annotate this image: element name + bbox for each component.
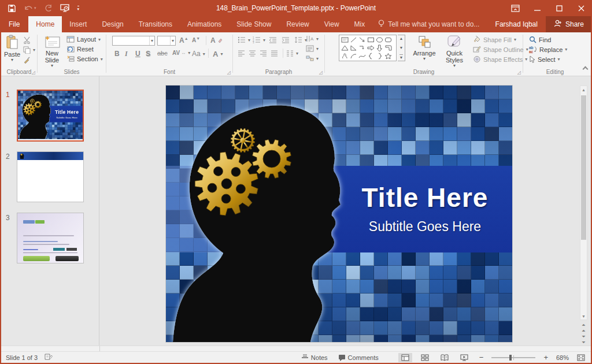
- slide-sorter-view-button[interactable]: [418, 353, 432, 362]
- bold-button[interactable]: B: [114, 50, 120, 58]
- right-brace-shape[interactable]: [375, 52, 384, 60]
- align-center-button[interactable]: [249, 50, 256, 57]
- layout-button[interactable]: Layout▾: [66, 36, 101, 43]
- scroll-down-arrow[interactable]: ▼: [580, 313, 587, 320]
- increase-font-size-button[interactable]: A▲: [179, 36, 188, 44]
- paragraph-dialog-launcher[interactable]: ◿: [319, 70, 323, 75]
- font-name-combo[interactable]: ▾: [112, 36, 155, 46]
- bullets-button[interactable]: ▾: [238, 36, 250, 43]
- tab-review[interactable]: Review: [279, 16, 316, 32]
- italic-button[interactable]: I: [125, 50, 128, 58]
- reading-view-button[interactable]: [438, 353, 452, 362]
- maximize-button[interactable]: [548, 0, 570, 16]
- tab-transitions[interactable]: Transitions: [131, 16, 180, 32]
- start-from-beginning-icon[interactable]: [60, 4, 69, 12]
- line-spacing-button[interactable]: ▾: [294, 36, 307, 43]
- shape-outline-button[interactable]: Shape Outline▾: [473, 46, 528, 53]
- triangle-shape[interactable]: [341, 44, 349, 52]
- zoom-level[interactable]: 68%: [556, 354, 569, 361]
- tab-home[interactable]: Home: [28, 16, 62, 32]
- scribble-shape[interactable]: [341, 52, 349, 60]
- reset-button[interactable]: Reset: [66, 46, 94, 53]
- minimize-button[interactable]: [526, 0, 548, 16]
- underline-button[interactable]: U: [135, 50, 140, 58]
- columns-button[interactable]: ▾: [286, 50, 298, 57]
- scroll-up-arrow[interactable]: ▲: [580, 86, 587, 93]
- shape-fill-button[interactable]: Shape Fill▾: [473, 36, 516, 43]
- strikethrough-button[interactable]: abc: [157, 50, 168, 57]
- slide-thumbnail-2[interactable]: [17, 151, 84, 202]
- collapse-ribbon-button[interactable]: [583, 63, 587, 73]
- notes-button[interactable]: Notes: [299, 354, 330, 362]
- font-dialog-launcher[interactable]: ◿: [227, 70, 231, 75]
- star-shape[interactable]: [384, 52, 393, 60]
- tab-insert[interactable]: Insert: [62, 16, 94, 32]
- oval-shape[interactable]: [375, 36, 384, 44]
- rounded-rectangle-shape[interactable]: [384, 36, 393, 44]
- decrease-font-size-button[interactable]: A▼: [192, 36, 200, 43]
- zoom-slider-thumb[interactable]: [509, 355, 512, 361]
- character-spacing-button[interactable]: AV↔▾: [172, 50, 190, 56]
- zoom-out-button[interactable]: −: [477, 352, 486, 362]
- textbox-shape[interactable]: [341, 36, 349, 44]
- tell-me-box[interactable]: Tell me what you want to do...: [372, 16, 485, 32]
- head-silhouette-graphic[interactable]: [166, 86, 512, 342]
- align-left-button[interactable]: [238, 50, 245, 57]
- elbow-arrow-shape[interactable]: [358, 44, 367, 52]
- arrange-button[interactable]: Arrange ▾: [410, 35, 438, 61]
- normal-view-button[interactable]: [398, 353, 412, 362]
- text-shadow-button[interactable]: S: [146, 50, 150, 58]
- zoom-in-button[interactable]: +: [541, 352, 550, 362]
- convert-to-smartart-button[interactable]: ▾: [306, 55, 319, 62]
- slide-thumbnail-3[interactable]: [17, 213, 84, 263]
- head-silhouette-graphic[interactable]: [18, 91, 83, 139]
- fit-slide-to-window-button[interactable]: [575, 354, 587, 362]
- increase-indent-button[interactable]: [282, 36, 290, 43]
- copy-button[interactable]: ▾: [23, 46, 35, 54]
- curve-shape[interactable]: [358, 52, 367, 60]
- tab-design[interactable]: Design: [94, 16, 131, 32]
- redo-icon[interactable]: [45, 5, 52, 12]
- right-triangle-shape[interactable]: [349, 44, 358, 52]
- slide-canvas[interactable]: Title HereSubtitle Goes Here: [166, 86, 512, 342]
- align-text-button[interactable]: ▾: [306, 45, 319, 52]
- justify-button[interactable]: [271, 50, 278, 57]
- replace-button[interactable]: abacReplace▾: [529, 46, 567, 53]
- right-arrow-shape[interactable]: [367, 44, 375, 52]
- clear-formatting-button[interactable]: A: [210, 36, 223, 44]
- paste-button[interactable]: Paste ▾: [3, 35, 21, 62]
- align-right-button[interactable]: [260, 50, 267, 57]
- clipboard-dialog-launcher[interactable]: ◿: [32, 70, 35, 75]
- vertical-scrollbar[interactable]: ▲ ▼: [580, 86, 587, 320]
- tab-mix[interactable]: Mix: [347, 16, 373, 32]
- ribbon-display-options-icon[interactable]: [504, 0, 526, 16]
- slide-show-button[interactable]: [457, 353, 471, 362]
- find-button[interactable]: Find: [529, 36, 551, 43]
- customize-quick-access-icon[interactable]: ▾: [77, 6, 80, 11]
- shapes-gallery-scroll[interactable]: ▲▼▼: [398, 35, 405, 61]
- numbering-button[interactable]: 123▾: [253, 36, 265, 43]
- next-slide-button[interactable]: ⏷⏷: [580, 335, 587, 344]
- arrow-shape[interactable]: [358, 36, 367, 44]
- font-size-combo[interactable]: ▾: [157, 36, 176, 46]
- corner-shape[interactable]: [384, 44, 393, 52]
- drawing-dialog-launcher[interactable]: ◿: [517, 70, 521, 75]
- cut-button[interactable]: [23, 36, 31, 44]
- text-direction-button[interactable]: A▾: [306, 35, 319, 42]
- decrease-indent-button[interactable]: [269, 36, 277, 43]
- left-brace-shape[interactable]: [367, 52, 375, 60]
- save-icon[interactable]: [8, 5, 16, 12]
- section-button[interactable]: Section▾: [66, 55, 103, 62]
- shapes-gallery[interactable]: [339, 35, 397, 61]
- previous-slide-button[interactable]: ⏶⏶: [580, 324, 587, 332]
- select-button[interactable]: Select▾: [529, 55, 560, 63]
- tab-animations[interactable]: Animations: [180, 16, 229, 32]
- share-button[interactable]: Share: [546, 16, 592, 32]
- arc-shape[interactable]: [349, 52, 358, 60]
- shape-effects-button[interactable]: Shape Effects▾: [473, 55, 527, 63]
- line-shape[interactable]: [349, 36, 358, 44]
- quick-styles-button[interactable]: Quick Styles ▾: [441, 35, 468, 68]
- new-slide-button[interactable]: New Slide ▾: [41, 35, 63, 68]
- format-painter-button[interactable]: [23, 56, 31, 64]
- spellcheck-icon[interactable]: [45, 353, 53, 362]
